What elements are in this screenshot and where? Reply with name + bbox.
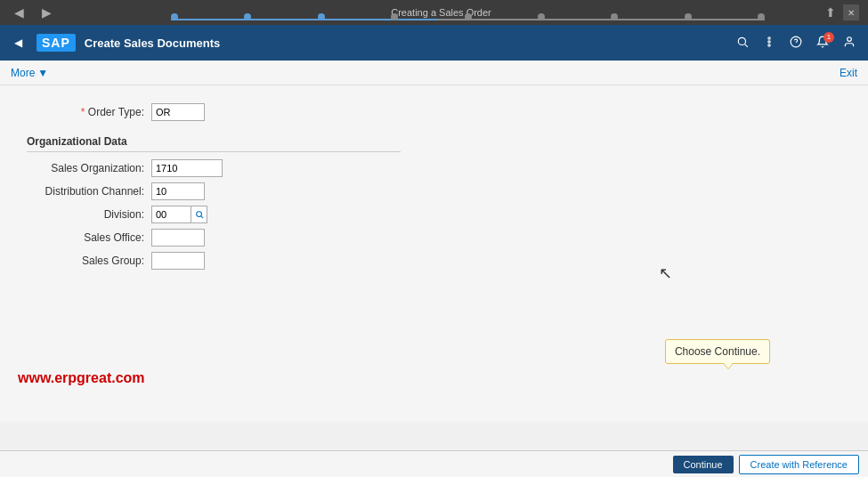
sales-group-row: Sales Group: [27, 252, 401, 270]
sales-group-label: Sales Group: [27, 255, 151, 267]
division-input[interactable] [151, 206, 191, 223]
sales-office-input[interactable] [151, 229, 205, 247]
order-type-label: Order Type: [27, 106, 151, 118]
browser-forward-btn[interactable]: ▶ [37, 4, 57, 21]
division-search-btn[interactable] [191, 206, 207, 223]
user-icon-btn[interactable] [840, 34, 859, 53]
more-button[interactable]: More ▼ [11, 67, 48, 79]
svg-point-3 [768, 36, 770, 38]
sales-group-input[interactable] [151, 252, 205, 270]
dist-channel-row: Distribution Channel: [27, 182, 401, 200]
continue-button[interactable]: Continue [673, 456, 734, 473]
main-content: Order Type: Organizational Data Sales Or… [0, 85, 868, 422]
sap-page-title: Create Sales Documents [85, 36, 724, 50]
progress-dot-2 [244, 13, 251, 20]
order-type-row: Order Type: [27, 103, 401, 121]
browser-share-btn[interactable]: ⬆ [825, 5, 836, 20]
progress-dot-9 [758, 13, 765, 20]
help-icon-btn[interactable] [786, 34, 806, 53]
progress-dot-8 [685, 13, 692, 20]
sap-logo: SAP [37, 34, 76, 52]
watermark: www.erpgreat.com [18, 370, 145, 386]
order-type-input[interactable] [151, 103, 205, 121]
more-label: More [11, 67, 35, 79]
progress-dot-7 [611, 13, 618, 20]
division-label: Division: [27, 208, 151, 221]
progress-dot-6 [538, 13, 545, 20]
options-icon-btn[interactable] [759, 34, 779, 53]
sales-office-row: Sales Office: [27, 229, 401, 247]
progress-dot-5 [465, 13, 472, 20]
sap-header: ◀ SAP Create Sales Documents 1 [0, 25, 868, 61]
form-section: Order Type: Organizational Data Sales Or… [27, 103, 401, 270]
sap-header-icons: 1 [733, 34, 859, 53]
tooltip-container: Choose Continue. [665, 339, 770, 364]
browser-back-btn[interactable]: ◀ [9, 4, 29, 21]
svg-point-7 [848, 36, 852, 41]
svg-point-4 [768, 44, 770, 45]
progress-dot-4 [391, 13, 398, 20]
progress-dot-1 [171, 13, 178, 20]
bottom-bar: Continue Create with Reference [0, 450, 868, 477]
dist-channel-label: Distribution Channel: [27, 185, 151, 198]
sales-org-label: Sales Organization: [27, 162, 151, 174]
search-icon-btn[interactable] [733, 34, 752, 53]
browser-bar: ◀ ▶ Creating a Sales Order ⬆ ✕ [0, 0, 868, 25]
browser-close-btn[interactable]: ✕ [843, 4, 859, 20]
org-data-title: Organizational Data [27, 135, 401, 152]
sap-back-btn[interactable]: ◀ [9, 35, 28, 51]
notification-icon-btn[interactable]: 1 [813, 34, 832, 53]
cursor-pointer: ↖ [659, 263, 672, 283]
sales-office-label: Sales Office: [27, 231, 151, 244]
sales-org-input[interactable] [151, 159, 223, 177]
svg-point-0 [738, 37, 745, 44]
tooltip-box: Choose Continue. [665, 339, 770, 364]
sub-header: More ▼ Exit [0, 61, 868, 85]
division-row: Division: [27, 206, 401, 223]
dist-channel-input[interactable] [151, 182, 205, 200]
more-chevron-icon: ▼ [37, 67, 48, 79]
svg-line-9 [200, 216, 202, 218]
sales-org-row: Sales Organization: [27, 159, 401, 177]
exit-button[interactable]: Exit [840, 67, 857, 79]
svg-point-2 [768, 40, 770, 42]
progress-bar [171, 16, 765, 23]
create-with-reference-button[interactable]: Create with Reference [739, 455, 859, 474]
progress-dots [171, 13, 765, 20]
division-input-group [151, 206, 207, 223]
svg-line-1 [745, 44, 748, 46]
notification-badge: 1 [823, 32, 834, 43]
progress-dot-3 [318, 13, 325, 20]
svg-point-8 [196, 212, 201, 217]
